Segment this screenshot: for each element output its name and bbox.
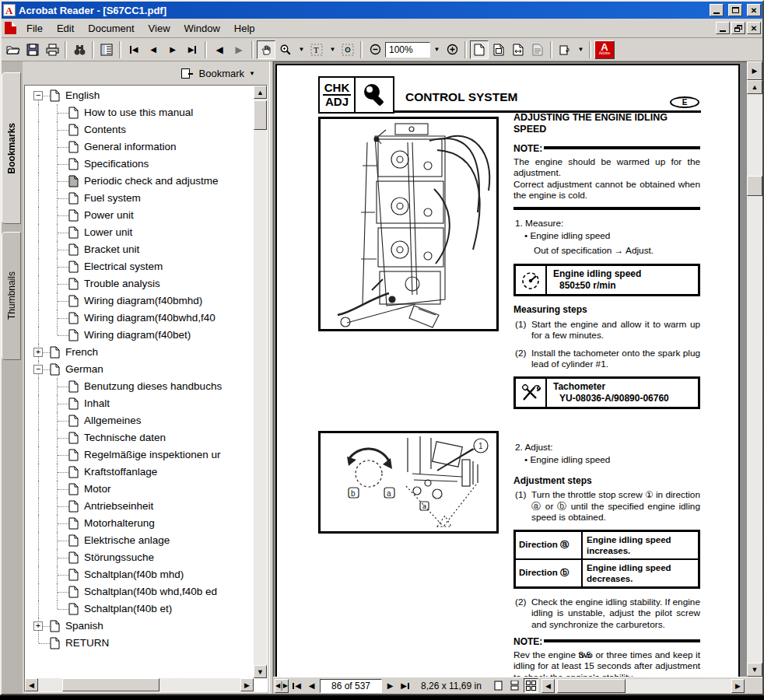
tab-thumbnails[interactable]: Thumbnails bbox=[2, 232, 21, 360]
text-select-dropdown[interactable]: ▼ bbox=[327, 40, 338, 59]
scrollbar-thumb[interactable] bbox=[557, 679, 626, 693]
bookmark-item[interactable]: Regelmäßige inspektionen ur bbox=[25, 446, 253, 464]
continuous-button[interactable] bbox=[507, 678, 522, 693]
bookmarks-vertical-scrollbar[interactable]: ▲ ▼ bbox=[254, 86, 267, 678]
expand-icon[interactable]: + bbox=[33, 348, 43, 357]
zoom-tool-button[interactable] bbox=[276, 40, 295, 59]
bookmark-item[interactable]: General information bbox=[25, 138, 253, 156]
bookmark-item[interactable]: Allgemeines bbox=[25, 412, 253, 429]
next-view-button[interactable]: ▶ bbox=[230, 40, 248, 59]
nav-pane-toggle-button[interactable] bbox=[97, 40, 116, 59]
bookmark-item[interactable]: +Spanish bbox=[25, 618, 253, 635]
scrollbar-thumb[interactable] bbox=[62, 678, 159, 691]
bookmark-item[interactable]: Inhalt bbox=[25, 395, 253, 412]
bookmark-item[interactable]: Specifications bbox=[25, 156, 253, 173]
rotate-view-dropdown[interactable]: ▼ bbox=[575, 40, 586, 59]
bookmark-item[interactable]: Contents bbox=[25, 121, 253, 138]
reflow-button[interactable] bbox=[528, 40, 547, 59]
scroll-down-button[interactable]: ▼ bbox=[747, 663, 762, 677]
bookmark-item[interactable]: Fuel system bbox=[25, 190, 253, 207]
bookmark-item[interactable]: Schaltplan(f40b mhd) bbox=[25, 566, 253, 583]
previous-page-button[interactable]: ◀ bbox=[305, 679, 318, 693]
hand-tool-button[interactable] bbox=[257, 40, 275, 59]
zoom-in-button[interactable] bbox=[443, 40, 461, 59]
menu-edit[interactable]: Edit bbox=[50, 20, 81, 37]
bookmark-item[interactable]: Benutzung dieses handbuchs bbox=[25, 378, 253, 395]
scroll-left-button[interactable]: ◀ bbox=[25, 678, 38, 691]
bookmark-item[interactable]: Störungssuche bbox=[25, 549, 253, 566]
open-button[interactable] bbox=[4, 40, 23, 59]
panel-dock-icon[interactable] bbox=[181, 68, 190, 79]
document-horizontal-scrollbar[interactable]: ◀ ▶ bbox=[541, 679, 745, 693]
bookmark-item[interactable]: Elektrische anlage bbox=[25, 532, 253, 549]
zoom-level-input[interactable]: 100% bbox=[385, 42, 430, 58]
doc-restore-button[interactable] bbox=[731, 22, 745, 34]
previous-view-button[interactable]: ◀ bbox=[210, 40, 229, 59]
collapse-icon[interactable]: − bbox=[33, 91, 43, 100]
adobe-button[interactable]: AAdobe bbox=[594, 40, 615, 59]
menu-document[interactable]: Document bbox=[81, 20, 141, 37]
article-pane-button[interactable]: ▶ bbox=[747, 61, 762, 80]
find-button[interactable] bbox=[70, 40, 89, 59]
scroll-right-button[interactable]: ▶ bbox=[240, 678, 254, 691]
previous-page-button[interactable]: ◀ bbox=[144, 40, 163, 59]
bookmark-item[interactable]: Periodic check and adjustme bbox=[25, 173, 253, 190]
scroll-right-button[interactable]: ▶ bbox=[731, 679, 745, 693]
bookmark-item[interactable]: How to use this manual bbox=[25, 104, 253, 121]
bookmark-item[interactable]: Trouble analysis bbox=[25, 275, 253, 292]
print-button[interactable] bbox=[43, 40, 61, 59]
tab-bookmarks[interactable]: Bookmarks bbox=[2, 72, 21, 224]
first-page-button[interactable]: ◀ bbox=[290, 679, 303, 693]
bookmark-item[interactable]: Motor bbox=[25, 481, 253, 498]
zoom-level-dropdown[interactable]: ▼ bbox=[431, 42, 442, 58]
bookmark-item[interactable]: Motorhalterung bbox=[25, 515, 253, 532]
bookmark-item[interactable]: −English bbox=[25, 87, 253, 104]
bookmark-item[interactable]: Wiring diagram(f40bwhd,f40 bbox=[25, 310, 253, 327]
text-select-button[interactable]: T bbox=[307, 40, 326, 59]
scroll-up-button[interactable]: ▲ bbox=[747, 80, 762, 94]
menu-help[interactable]: Help bbox=[227, 20, 262, 37]
minimize-button[interactable] bbox=[710, 4, 724, 16]
scroll-down-button[interactable]: ▼ bbox=[254, 665, 267, 678]
fit-in-window-button[interactable] bbox=[489, 40, 508, 59]
first-page-button[interactable]: ◀ bbox=[124, 40, 143, 59]
bookmark-item[interactable]: Schaltplan(f40b whd,f40b ed bbox=[25, 583, 253, 600]
next-page-button[interactable]: ▶ bbox=[163, 40, 182, 59]
bookmark-item[interactable]: Kraftstoffanlage bbox=[25, 464, 253, 481]
bookmark-menu-button[interactable]: Bookmark ▼ bbox=[196, 66, 258, 81]
menu-view[interactable]: View bbox=[142, 20, 177, 37]
scroll-left-button[interactable]: ◀ bbox=[541, 679, 555, 693]
bookmark-item[interactable]: Antriebseinheit bbox=[25, 498, 253, 515]
fit-width-button[interactable] bbox=[509, 40, 527, 59]
page-indicator-input[interactable]: 86 of 537 bbox=[320, 679, 382, 693]
rotate-view-button[interactable] bbox=[555, 40, 574, 59]
maximize-button[interactable] bbox=[728, 4, 742, 16]
bookmark-item[interactable]: Technische daten bbox=[25, 429, 253, 446]
zoom-out-button[interactable] bbox=[366, 40, 384, 59]
bookmark-item[interactable]: Wiring diagram(f40bmhd) bbox=[25, 292, 253, 310]
bookmark-item[interactable]: +French bbox=[25, 344, 253, 361]
close-button[interactable]: ✕ bbox=[747, 4, 761, 16]
menu-window[interactable]: Window bbox=[177, 20, 227, 37]
bookmarks-horizontal-scrollbar[interactable]: ◀ ▶ bbox=[25, 678, 254, 691]
doc-close-button[interactable]: ✕ bbox=[747, 22, 761, 34]
bookmark-item[interactable]: Wiring diagram(f40bet) bbox=[25, 327, 253, 344]
continuous-facing-button[interactable] bbox=[524, 678, 538, 693]
bookmark-item[interactable]: Lower unit bbox=[25, 224, 253, 241]
graphics-select-button[interactable] bbox=[338, 40, 357, 59]
next-page-button[interactable]: ▶ bbox=[384, 679, 397, 693]
bookmark-item[interactable]: Bracket unit bbox=[25, 241, 253, 258]
single-page-button[interactable] bbox=[491, 678, 506, 693]
document-pane[interactable]: CHK ADJ CONTROL SYSTEM bbox=[273, 61, 747, 677]
pdf-document-icon[interactable] bbox=[5, 22, 16, 34]
actual-size-button[interactable] bbox=[470, 40, 489, 59]
bookmark-item[interactable]: RETURN bbox=[25, 635, 253, 652]
scrollbar-thumb[interactable] bbox=[747, 176, 762, 196]
bookmark-item[interactable]: Electrical system bbox=[25, 258, 253, 275]
expand-icon[interactable]: + bbox=[33, 621, 43, 631]
bookmark-item[interactable]: Schaltplan(f40b et) bbox=[25, 600, 253, 618]
save-button[interactable] bbox=[23, 40, 42, 59]
document-vertical-scrollbar[interactable]: ▶ ▲ ▼ bbox=[747, 61, 762, 677]
zoom-tool-dropdown[interactable]: ▼ bbox=[296, 40, 307, 59]
pane-splitter-widget[interactable]: ◀▶ bbox=[275, 679, 289, 693]
